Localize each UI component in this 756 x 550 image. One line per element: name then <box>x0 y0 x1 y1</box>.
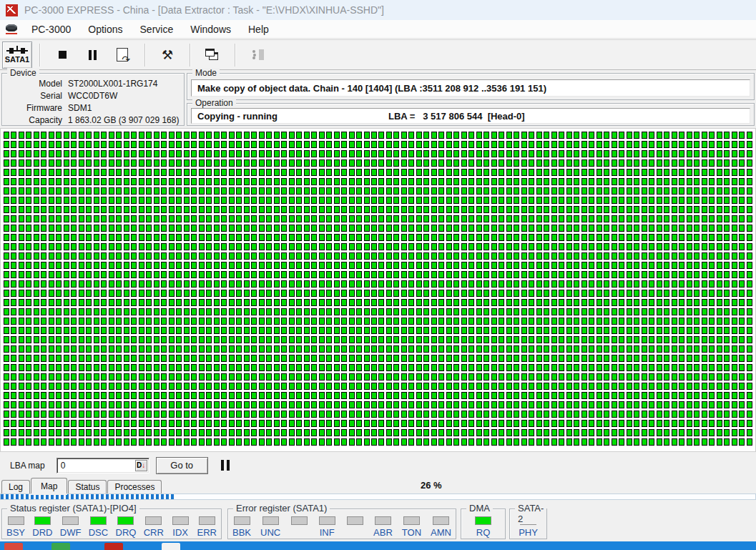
map-cell <box>334 252 340 260</box>
windows-cascade-button[interactable] <box>197 41 227 69</box>
map-cell <box>657 327 662 334</box>
map-cell <box>251 327 257 334</box>
map-cell <box>514 373 519 380</box>
map-cell <box>664 383 669 390</box>
map-cell <box>461 438 467 446</box>
map-cell <box>634 373 639 380</box>
stop-button[interactable] <box>47 41 77 69</box>
map-cell <box>304 308 310 315</box>
map-cell <box>521 178 527 185</box>
map-cell <box>664 411 669 418</box>
map-cell <box>244 355 250 362</box>
map-cell <box>341 373 347 380</box>
map-cell <box>491 159 497 167</box>
map-cell <box>393 225 399 232</box>
map-cell <box>161 336 167 343</box>
map-cell <box>274 327 280 334</box>
map-cell <box>356 299 362 306</box>
map-cell <box>604 364 609 371</box>
pause-button[interactable] <box>77 41 107 69</box>
map-pause-icon[interactable] <box>221 460 230 471</box>
map-cell <box>521 150 527 157</box>
map-cell <box>296 336 302 343</box>
report-button[interactable] <box>107 41 137 69</box>
map-cell <box>612 401 617 408</box>
map-cell <box>574 271 579 278</box>
taskbar-icon[interactable] <box>51 543 70 550</box>
map-cell <box>597 159 602 167</box>
map-grid[interactable] <box>4 132 754 448</box>
menu-windows[interactable]: Windows <box>182 21 240 37</box>
map-cell <box>634 308 639 315</box>
map-cell <box>41 159 46 167</box>
menu-help[interactable]: Help <box>240 21 278 37</box>
map-cell <box>709 364 715 371</box>
map-cell <box>627 132 632 139</box>
progress-bar <box>0 493 756 500</box>
map-cell <box>739 159 745 167</box>
map-cell <box>514 401 519 408</box>
map-cell <box>483 420 489 427</box>
map-cell <box>483 132 489 139</box>
map-cell <box>747 401 752 408</box>
map-cell <box>259 411 265 418</box>
exit-button[interactable] <box>242 41 273 69</box>
map-cell <box>34 392 39 399</box>
map-cell <box>649 429 654 436</box>
map-cell <box>431 318 437 325</box>
map-cell <box>364 197 370 204</box>
map-cell <box>41 271 46 278</box>
map-cell <box>649 141 654 148</box>
taskbar-icon[interactable] <box>4 543 23 550</box>
map-cell <box>483 299 489 306</box>
map-cell <box>679 197 684 204</box>
map-cell <box>116 355 122 362</box>
map-cell <box>229 373 235 380</box>
map-cell <box>4 150 9 157</box>
taskbar-icon[interactable] <box>162 543 180 550</box>
taskbar-icon[interactable] <box>104 543 123 550</box>
menu-pc3000[interactable]: PC-3000 <box>23 21 79 37</box>
map-cell <box>438 169 444 176</box>
menu-service[interactable]: Service <box>132 21 182 37</box>
sata1-port-button[interactable]: SATA1 <box>2 41 32 69</box>
map-cell <box>401 364 407 371</box>
map-cell <box>94 364 99 371</box>
map-cell <box>139 262 144 269</box>
tab-log[interactable]: Log <box>1 480 30 493</box>
map-cell <box>244 225 250 232</box>
tab-map[interactable]: Map <box>31 478 67 493</box>
map-cell <box>191 411 197 418</box>
map-cell <box>184 234 190 241</box>
map-cell <box>124 345 129 353</box>
map-cell <box>56 225 62 232</box>
map-cell <box>184 429 190 436</box>
map-cell <box>747 429 752 436</box>
tab-status[interactable]: Status <box>68 480 107 493</box>
map-cell <box>214 252 220 260</box>
map-cell <box>304 318 310 325</box>
utilities-button[interactable]: ⚒ <box>152 41 182 69</box>
led-indicator <box>475 516 491 525</box>
map-cell <box>326 150 332 157</box>
map-cell <box>109 383 114 390</box>
menu-options[interactable]: Options <box>79 21 131 37</box>
map-cell <box>169 429 175 436</box>
map-cell <box>491 141 497 148</box>
map-cell <box>438 438 444 446</box>
map-cell <box>521 234 527 241</box>
map-cell <box>717 345 722 353</box>
map-cell <box>4 290 9 297</box>
tab-processes[interactable]: Processes <box>107 480 162 493</box>
map-cell <box>612 262 617 269</box>
map-cell <box>71 373 77 380</box>
map-cell <box>574 355 579 362</box>
map-cell <box>672 364 677 371</box>
lba-input[interactable]: 0 D↓ <box>57 458 149 473</box>
goto-button[interactable]: Go to <box>156 457 208 474</box>
map-cell <box>657 299 662 306</box>
map-cell <box>408 438 414 446</box>
map-cell <box>371 280 377 288</box>
map-cell <box>612 438 617 446</box>
lba-dropdown-button[interactable]: D↓ <box>135 460 147 471</box>
